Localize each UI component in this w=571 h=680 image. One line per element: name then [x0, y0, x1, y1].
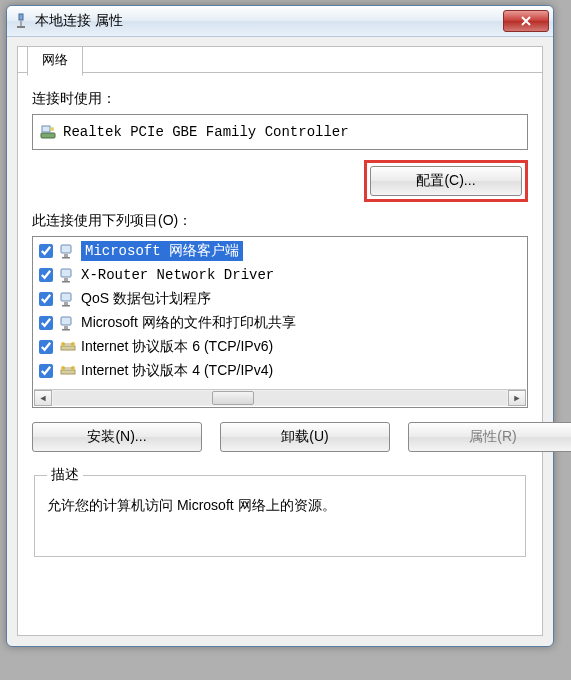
properties-button: 属性(R): [408, 422, 571, 452]
adapter-label: 连接时使用：: [32, 90, 528, 108]
items-label: 此连接使用下列项目(O)：: [32, 212, 528, 230]
item-checkbox[interactable]: [39, 364, 53, 378]
client-icon: [59, 266, 77, 284]
list-item[interactable]: QoS 数据包计划程序: [35, 287, 525, 311]
svg-rect-7: [64, 254, 68, 257]
adapter-box: Realtek PCIe GBE Family Controller: [32, 114, 528, 150]
list-item[interactable]: X-Router Network Driver: [35, 263, 525, 287]
items-listbox[interactable]: Microsoft 网络客户端X-Router Network DriverQo…: [32, 236, 528, 408]
scroll-thumb[interactable]: [212, 391, 254, 405]
svg-point-5: [50, 127, 54, 131]
svg-rect-16: [64, 326, 68, 329]
svg-rect-4: [42, 126, 50, 132]
protocol-icon: [59, 362, 77, 380]
scroll-track[interactable]: [53, 391, 507, 405]
item-checkbox[interactable]: [39, 268, 53, 282]
list-item[interactable]: Internet 协议版本 6 (TCP/IPv6): [35, 335, 525, 359]
svg-rect-21: [61, 370, 75, 374]
service-icon: [59, 290, 77, 308]
item-label: Internet 协议版本 6 (TCP/IPv6): [81, 338, 273, 356]
horizontal-scrollbar[interactable]: ◄ ►: [34, 389, 526, 406]
item-checkbox[interactable]: [39, 292, 53, 306]
svg-rect-6: [61, 245, 71, 253]
svg-rect-2: [17, 26, 25, 28]
item-label: X-Router Network Driver: [81, 267, 274, 283]
item-checkbox[interactable]: [39, 244, 53, 258]
tab-body: 连接时使用： Realtek PCIe GBE Family Controlle…: [18, 74, 542, 635]
button-row: 安装(N)... 卸载(U) 属性(R): [32, 422, 528, 452]
network-adapter-icon: [13, 13, 29, 29]
adapter-icon: [39, 123, 57, 141]
svg-rect-18: [61, 346, 75, 350]
adapter-name: Realtek PCIe GBE Family Controller: [63, 124, 349, 140]
tab-page: 网络 连接时使用： Realtek PCIe GBE Family Contro…: [17, 46, 543, 636]
list-item[interactable]: Microsoft 网络的文件和打印机共享: [35, 311, 525, 335]
svg-rect-3: [41, 133, 55, 138]
uninstall-button[interactable]: 卸载(U): [220, 422, 390, 452]
description-legend: 描述: [47, 466, 83, 484]
list-item[interactable]: Microsoft 网络客户端: [35, 239, 525, 263]
scroll-right-button[interactable]: ►: [508, 390, 526, 406]
svg-rect-0: [19, 14, 23, 20]
svg-rect-9: [61, 269, 71, 277]
properties-dialog: 本地连接 属性 网络 连接时使用： Realtek PCIe GBE Famil…: [6, 5, 554, 647]
description-text: 允许您的计算机访问 Microsoft 网络上的资源。: [47, 494, 513, 516]
svg-rect-13: [64, 302, 68, 305]
tab-network[interactable]: 网络: [27, 46, 83, 76]
protocol-icon: [59, 338, 77, 356]
svg-rect-17: [62, 329, 70, 331]
svg-rect-8: [62, 257, 70, 259]
svg-rect-10: [64, 278, 68, 281]
svg-rect-15: [61, 317, 71, 325]
item-label: Microsoft 网络的文件和打印机共享: [81, 314, 296, 332]
svg-rect-11: [62, 281, 70, 283]
item-label: Internet 协议版本 4 (TCP/IPv4): [81, 362, 273, 380]
close-button[interactable]: [503, 10, 549, 32]
item-label: Microsoft 网络客户端: [81, 241, 243, 261]
item-label: QoS 数据包计划程序: [81, 290, 211, 308]
item-checkbox[interactable]: [39, 316, 53, 330]
install-button[interactable]: 安装(N)...: [32, 422, 202, 452]
tab-strip: 网络: [17, 46, 543, 76]
svg-rect-14: [62, 305, 70, 307]
client-icon: [59, 242, 77, 260]
titlebar[interactable]: 本地连接 属性: [7, 6, 553, 37]
scroll-left-button[interactable]: ◄: [34, 390, 52, 406]
list-item[interactable]: Internet 协议版本 4 (TCP/IPv4): [35, 359, 525, 383]
configure-highlight: 配置(C)...: [364, 160, 528, 202]
svg-rect-12: [61, 293, 71, 301]
service-icon: [59, 314, 77, 332]
configure-button[interactable]: 配置(C)...: [370, 166, 522, 196]
item-checkbox[interactable]: [39, 340, 53, 354]
description-group: 描述 允许您的计算机访问 Microsoft 网络上的资源。: [34, 466, 526, 557]
window-title: 本地连接 属性: [35, 12, 503, 30]
